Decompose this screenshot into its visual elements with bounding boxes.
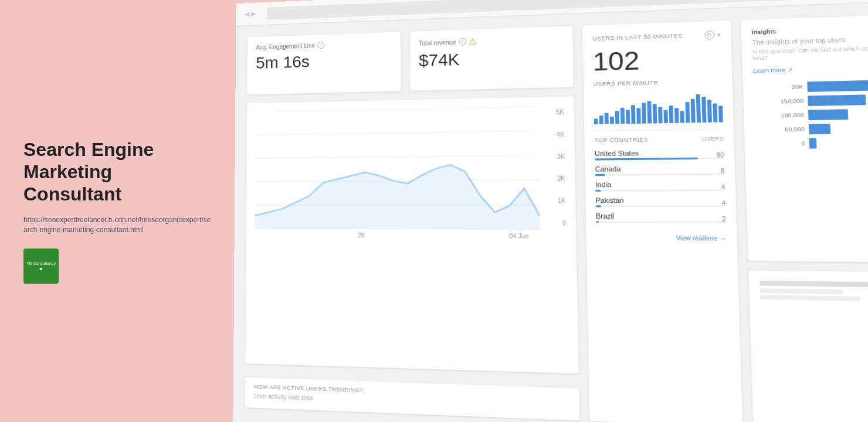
revenue-card: Total revenue i ⚠ $74K [409, 26, 574, 91]
badge-line1: YE Consultancy [26, 261, 56, 266]
country-row: Brazil 2 [596, 212, 726, 223]
country-name: Pakistan [595, 196, 725, 204]
mini-bar [696, 94, 701, 123]
right-charts-section: insights The insights of your top users … [741, 13, 868, 422]
users-col-label: USERS [702, 135, 724, 142]
h-bar-row: 150,000 [754, 93, 868, 107]
country-name: United States [595, 148, 724, 157]
h-bar-row: 20K [753, 79, 868, 93]
refresh-icon[interactable]: ↻ [704, 30, 714, 39]
mini-bar [605, 113, 609, 124]
bottom-right-card [748, 271, 868, 422]
insights-subtitle: Is this question: can we find out which … [752, 44, 868, 62]
h-bar-row: 100,000 [754, 108, 868, 121]
left-panel: Search Engine Marketing Consultant https… [0, 0, 235, 422]
metric-cards-row: Avg. Engagement time i 5m 16s Total reve… [247, 26, 574, 94]
mini-bar [631, 106, 636, 124]
country-row: United States 80 [595, 148, 724, 161]
users-panel: USERS IN LAST 30 MINUTES ↻ ▾ 102 USERS P… [582, 21, 742, 422]
svg-marker-6 [255, 164, 540, 230]
mini-bar [599, 115, 603, 124]
mini-bar [674, 108, 679, 122]
h-bar-label: 20K [754, 84, 803, 91]
engagement-value: 5m 16s [256, 50, 391, 73]
engagement-card: Avg. Engagement time i 5m 16s [247, 32, 401, 95]
country-bar [596, 221, 726, 223]
learn-more-link[interactable]: Learn more ↗ [753, 67, 793, 74]
country-row: Pakistan 4 [595, 196, 725, 207]
country-bar [595, 189, 725, 192]
mini-bar [626, 110, 630, 124]
line-chart-svg [255, 106, 540, 230]
users-header: USERS IN LAST 30 MINUTES [592, 33, 683, 42]
h-bar-fill [808, 109, 848, 120]
mini-bar [713, 104, 717, 122]
dropdown-toggle[interactable]: ▾ [717, 32, 721, 38]
page-title: Search Engine Marketing Consultant [23, 138, 211, 206]
mini-bar [621, 108, 625, 124]
country-bar [595, 173, 725, 176]
mini-bar [610, 117, 614, 124]
mini-bar [658, 107, 663, 123]
svg-line-0 [256, 106, 538, 112]
top-countries-header: TOP COUNTRIES USERS [594, 135, 724, 144]
view-realtime-link[interactable]: View realtime → [596, 234, 727, 242]
mini-bar [647, 101, 652, 124]
country-bar [595, 157, 724, 160]
country-row: India 4 [595, 180, 725, 191]
svg-line-1 [256, 131, 538, 135]
users-per-min-label: USERS PER MINUTE [593, 78, 722, 87]
country-bar-fill [595, 158, 698, 161]
revenue-label: Total revenue i ⚠ [419, 33, 563, 47]
country-bar [596, 205, 725, 207]
country-bar-fill [596, 205, 601, 207]
h-bar-label: 0 [755, 140, 805, 147]
users-per-minute-chart [594, 91, 723, 125]
page-url: https://seoexpertfreelancer.b-cdn.net/hi… [23, 215, 211, 235]
active-users-section: HOW ARE ACTIVE USERS TRENDING? User acti… [245, 377, 579, 421]
mini-bar [636, 108, 640, 124]
mini-bar [718, 106, 723, 122]
country-row: Canada 8 [595, 164, 724, 176]
mini-bar [615, 111, 619, 124]
mini-bar [642, 103, 646, 123]
bottom-card-placeholder [760, 280, 868, 302]
horizontal-bar-chart: 20K 150,000 100,000 50,000 0 [753, 79, 868, 149]
engagement-label: Avg. Engagement time i [256, 39, 391, 50]
users-count: 102 [592, 45, 721, 75]
h-bar-label: 50,000 [755, 126, 805, 133]
revenue-value: $74K [419, 47, 564, 70]
mini-bar [707, 100, 712, 122]
mini-bar [685, 102, 690, 123]
view-all-link[interactable]: VIEW ALL → [755, 152, 868, 161]
dashboard-panel: ◀ ▶ Avg. Engagement time i 5m 16s [233, 0, 868, 422]
h-bar-row: 50,000 [755, 122, 868, 135]
chart-area: 5K 4K 3K 2K 1K 0 [255, 106, 567, 230]
info-icon: i [317, 42, 324, 49]
country-name: Canada [595, 164, 724, 173]
mini-bar [653, 104, 657, 124]
x-axis: 26 04 Jun [255, 229, 567, 240]
country-bar-fill [596, 221, 598, 223]
mini-bar [680, 111, 684, 122]
country-bar-fill [595, 190, 601, 192]
h-bar-fill [809, 138, 817, 149]
top-countries-label: TOP COUNTRIES [594, 137, 648, 144]
mini-bar [669, 106, 674, 124]
mini-bar [663, 110, 668, 123]
mini-bar [691, 99, 696, 123]
svg-line-2 [255, 155, 538, 158]
country-name: Brazil [596, 212, 726, 220]
h-bar-fill [809, 124, 830, 134]
warning-icon: ⚠ [469, 36, 477, 46]
country-name: India [595, 180, 725, 188]
info-icon-2: i [459, 38, 466, 46]
insights-header: insights [752, 29, 777, 36]
country-bar-fill [595, 174, 605, 176]
mini-bar [594, 118, 598, 124]
countries-list: United States 80 Canada 8 India 4 Pakist… [595, 148, 726, 229]
h-bar-label: 100,000 [754, 112, 804, 119]
insights-card: insights The insights of your top users … [741, 13, 868, 262]
h-bar-row: 0 [755, 137, 868, 149]
h-bar-fill [808, 94, 866, 106]
